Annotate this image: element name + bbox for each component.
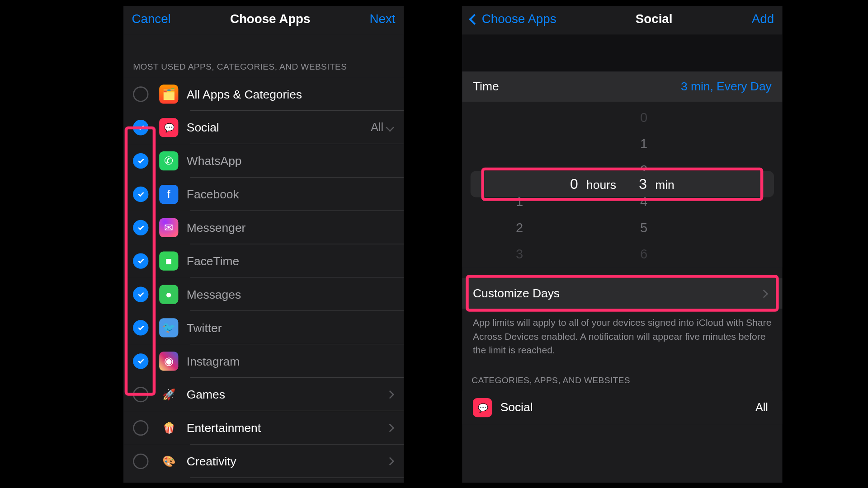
picker-item: 5 xyxy=(640,215,647,241)
row-label: Entertainment xyxy=(187,421,387,435)
instagram-icon: ◉ xyxy=(159,352,178,371)
checkbox[interactable] xyxy=(133,353,148,369)
checkbox[interactable] xyxy=(133,420,148,436)
checkbox[interactable] xyxy=(133,220,148,235)
creativity-icon: 🎨 xyxy=(159,452,178,471)
twitter-icon: 🐦 xyxy=(159,318,178,337)
add-button[interactable]: Add xyxy=(752,12,774,26)
chevron-right-icon xyxy=(386,390,394,399)
app-row-instagram[interactable]: ◉Instagram xyxy=(123,344,404,378)
entertainment-icon: 🍿 xyxy=(159,418,178,437)
picker-selection: 0 hours 3 min xyxy=(471,171,774,197)
whatsapp-icon: ✆ xyxy=(159,151,178,170)
picker-item: 1 xyxy=(640,131,647,158)
category-row-social[interactable]: Social All xyxy=(462,391,782,424)
nav-title: Choose Apps xyxy=(230,12,310,26)
choose-apps-screen: Cancel Choose Apps Next MOST USED APPS, … xyxy=(123,6,404,483)
row-label: Social xyxy=(500,400,755,414)
checkbox[interactable] xyxy=(133,320,148,335)
picker-item: 3 xyxy=(516,241,523,267)
category-row-creativity[interactable]: 🎨Creativity xyxy=(123,445,404,478)
app-row-whatsapp[interactable]: ✆WhatsApp xyxy=(123,144,404,178)
customize-days-row[interactable]: Customize Days xyxy=(462,278,782,309)
checkbox[interactable] xyxy=(133,120,148,135)
messenger-icon: ✉ xyxy=(159,218,178,237)
time-label: Time xyxy=(473,80,499,94)
navbar: Choose Apps Social Add xyxy=(462,6,782,34)
facebook-icon: f xyxy=(159,185,178,204)
messages-icon: ● xyxy=(159,285,178,304)
cancel-button[interactable]: Cancel xyxy=(132,12,170,26)
category-row-games[interactable]: 🚀Games xyxy=(123,378,404,411)
app-row-facetime[interactable]: ■FaceTime xyxy=(123,244,404,278)
row-trail: All xyxy=(371,121,383,134)
section-header: CATEGORIES, APPS, AND WEBSITES xyxy=(462,362,782,390)
app-row-messages[interactable]: ●Messages xyxy=(123,278,404,311)
row-label: Games xyxy=(187,388,387,401)
social-icon xyxy=(159,118,178,137)
navbar: Cancel Choose Apps Next xyxy=(123,6,404,34)
row-label: WhatsApp xyxy=(187,154,398,168)
checkbox[interactable] xyxy=(133,454,148,469)
customize-days-label: Customize Days xyxy=(473,286,560,300)
row-label: Instagram xyxy=(187,354,398,368)
row-label: Creativity xyxy=(187,455,387,468)
checkbox[interactable] xyxy=(133,253,148,269)
row-trail: All xyxy=(755,401,768,414)
time-row[interactable]: Time 3 min, Every Day xyxy=(462,71,782,102)
app-row-twitter[interactable]: 🐦Twitter xyxy=(123,311,404,345)
checkbox[interactable] xyxy=(133,286,148,302)
category-row-social[interactable]: SocialAll xyxy=(123,111,404,144)
app-row-messenger[interactable]: ✉Messenger xyxy=(123,211,404,244)
minutes-selected: 3 xyxy=(639,176,647,192)
category-row-entertainment[interactable]: 🍿Entertainment xyxy=(123,411,404,445)
footer-note: App limits will apply to all of your dev… xyxy=(462,309,782,362)
row-label: Facebook xyxy=(187,188,398,201)
checkbox[interactable] xyxy=(133,153,148,169)
app-row-facebook[interactable]: fFacebook xyxy=(123,178,404,211)
picker-item: 6 xyxy=(640,241,647,267)
time-value: 3 min, Every Day xyxy=(681,80,772,94)
back-label: Choose Apps xyxy=(482,12,557,26)
minutes-unit: min xyxy=(655,178,675,192)
row-label: Social xyxy=(187,121,371,134)
row-label: All Apps & Categories xyxy=(187,87,398,101)
spacer xyxy=(462,35,782,72)
row-label: Messages xyxy=(187,287,398,301)
chevron-right-icon xyxy=(386,457,394,466)
social-icon xyxy=(473,398,492,417)
section-header: MOST USED APPS, CATEGORIES, AND WEBSITES xyxy=(123,35,404,78)
hours-selected: 0 xyxy=(570,176,578,192)
chevron-down-icon xyxy=(386,123,394,132)
checkbox[interactable] xyxy=(133,387,148,402)
next-button[interactable]: Next xyxy=(370,12,396,26)
facetime-icon: ■ xyxy=(159,252,178,271)
picker-item: 2 xyxy=(516,215,523,241)
games-icon: 🚀 xyxy=(159,385,178,404)
checkbox[interactable] xyxy=(133,86,148,102)
stack-icon: 🗂️ xyxy=(159,84,178,103)
checkbox[interactable] xyxy=(133,187,148,202)
time-picker[interactable]: 123 012456 0 hours 3 min xyxy=(462,102,782,268)
chevron-right-icon xyxy=(760,289,768,298)
category-row-all-apps-categories[interactable]: 🗂️All Apps & Categories xyxy=(123,77,404,111)
back-button[interactable]: Choose Apps xyxy=(471,12,557,26)
nav-title: Social xyxy=(636,12,673,26)
row-label: Twitter xyxy=(187,321,398,334)
chevron-right-icon xyxy=(386,424,394,432)
hours-unit: hours xyxy=(586,178,616,192)
social-limit-screen: Choose Apps Social Add Time 3 min, Every… xyxy=(462,6,782,483)
chevron-left-icon xyxy=(469,14,480,24)
row-label: Messenger xyxy=(187,221,398,235)
row-label: FaceTime xyxy=(187,254,398,268)
picker-item: 0 xyxy=(640,105,647,131)
